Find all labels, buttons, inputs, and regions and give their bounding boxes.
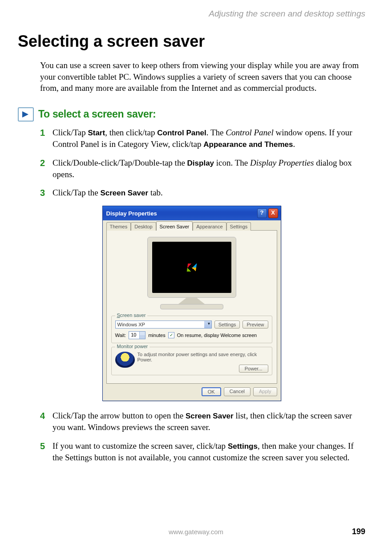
text: Click/Double-click/Tap/Double-tap the	[53, 158, 187, 167]
group-legend-screen-saver: Screen saver	[115, 313, 148, 318]
step-number: 3	[40, 187, 45, 199]
text: . The	[206, 128, 226, 137]
page-footer: www.gateway.com 199	[0, 528, 392, 536]
window-control-panel: Control Panel	[226, 128, 274, 137]
dialog-display-properties: Display Properties	[250, 158, 314, 167]
step-number: 1	[40, 127, 45, 139]
step-number: 4	[40, 410, 45, 422]
step-4: 4 Click/Tap the arrow button to open the…	[40, 410, 365, 433]
preview-button[interactable]: Preview	[242, 321, 268, 329]
screensaver-select[interactable]: Windows XP	[115, 321, 212, 329]
ui-start: Start	[88, 129, 105, 137]
page-number: 199	[352, 527, 365, 536]
text: Click/Tap the arrow button to open the	[53, 411, 186, 420]
ui-settings: Settings	[228, 442, 258, 451]
svg-marker-0	[22, 111, 28, 118]
text: Click/Tap the	[53, 188, 100, 197]
monitor-power-text: To adjust monitor power settings and sav…	[137, 352, 268, 362]
running-head: Adjusting the screen and desktop setting…	[18, 9, 365, 19]
settings-button[interactable]: Settings	[214, 321, 240, 329]
close-button[interactable]: X	[268, 208, 278, 218]
dialog-titlebar[interactable]: Display Properties ? X	[103, 206, 281, 220]
footer-url: www.gateway.com	[169, 528, 223, 536]
resume-welcome-checkbox[interactable]: ✓	[168, 332, 174, 338]
text: , then click/tap	[105, 128, 157, 137]
text: If you want to customize the screen save…	[53, 441, 228, 451]
tab-appearance[interactable]: Appearance	[193, 222, 226, 231]
ok-button[interactable]: OK	[202, 387, 221, 396]
text: Click/Tap	[53, 128, 88, 137]
wait-label: Wait:	[115, 333, 126, 338]
energy-star-icon	[115, 352, 135, 368]
step-3: 3 Click/Tap the Screen Saver tab.	[40, 187, 365, 199]
cancel-button[interactable]: Cancel	[224, 387, 251, 396]
dialog-title: Display Properties	[106, 210, 157, 217]
step-number: 5	[40, 440, 45, 452]
display-properties-dialog: Display Properties ? X Themes Desktop Sc…	[102, 206, 281, 401]
step-2: 2 Click/Double-click/Tap/Double-tap the …	[40, 157, 365, 180]
ui-screen-saver-tab: Screen Saver	[100, 189, 148, 197]
section-title: Selecting a screen saver	[18, 32, 365, 51]
step-number: 2	[40, 157, 45, 169]
tab-screen-saver[interactable]: Screen Saver	[156, 221, 193, 231]
monitor-preview	[147, 237, 236, 309]
ui-display: Display	[187, 159, 214, 167]
procedure-heading: To select a screen saver:	[38, 108, 156, 120]
tab-themes[interactable]: Themes	[106, 222, 131, 231]
resume-welcome-label: On resume, display Welcome screen	[177, 333, 257, 338]
windows-flag-icon	[186, 264, 197, 272]
apply-button[interactable]: Apply	[253, 387, 277, 396]
dialog-tabs: Themes Desktop Screen Saver Appearance S…	[106, 222, 277, 231]
help-button[interactable]: ?	[257, 208, 267, 218]
procedure-arrow-icon	[18, 107, 34, 122]
tab-settings[interactable]: Settings	[226, 222, 251, 231]
text: .	[293, 139, 295, 149]
power-button[interactable]: Power...	[239, 365, 268, 373]
wait-minutes-input[interactable]: 10	[129, 331, 145, 339]
ui-control-panel: Control Panel	[157, 129, 206, 137]
ui-screen-saver-list: Screen Saver	[186, 412, 234, 420]
group-legend-monitor-power: Monitor power	[115, 344, 150, 349]
ui-appearance-themes: Appearance and Themes	[203, 140, 293, 149]
text: tab.	[148, 188, 163, 197]
step-1: 1 Click/Tap Start, then click/tap Contro…	[40, 127, 365, 150]
intro-paragraph: You can use a screen saver to keep other…	[40, 60, 365, 94]
step-5: 5 If you want to customize the screen sa…	[40, 440, 365, 463]
monitor-power-group: Monitor power To adjust monitor power se…	[111, 347, 272, 375]
tab-desktop[interactable]: Desktop	[131, 222, 156, 231]
minutes-label: minutes	[148, 333, 166, 338]
text: icon. The	[214, 158, 250, 167]
screensaver-group: Screen saver Windows XP Settings Preview…	[111, 316, 272, 343]
